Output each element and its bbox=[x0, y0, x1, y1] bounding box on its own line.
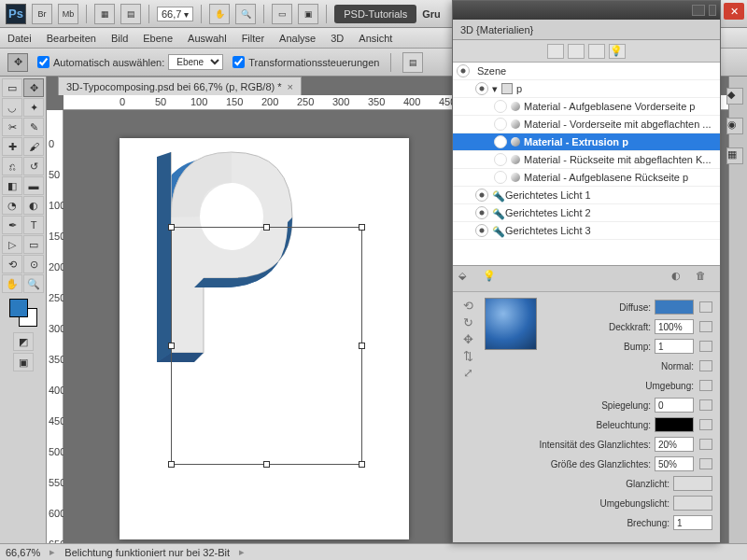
3d-slide-icon[interactable]: ⇅ bbox=[458, 348, 477, 363]
scene-row-material-selected[interactable]: Material - Extrusion p bbox=[453, 133, 720, 151]
canvas[interactable] bbox=[120, 138, 409, 539]
handle-n[interactable] bbox=[263, 224, 270, 231]
wand-tool[interactable]: ✦ bbox=[23, 98, 44, 117]
3d-camera-tool[interactable]: ⊙ bbox=[23, 255, 44, 273]
environment-texture-icon[interactable] bbox=[699, 380, 712, 391]
crop-tool[interactable]: ✂ bbox=[2, 118, 22, 136]
diffuse-texture-icon[interactable] bbox=[699, 301, 712, 313]
type-tool[interactable]: T bbox=[23, 216, 44, 234]
3d-rotate-tool[interactable]: ⟲ bbox=[2, 255, 22, 273]
blur-tool[interactable]: ◔ bbox=[2, 196, 22, 215]
eraser-tool[interactable]: ◧ bbox=[2, 176, 22, 195]
brush-tool[interactable]: 🖌 bbox=[23, 137, 44, 156]
eyedropper-tool[interactable]: ✎ bbox=[23, 118, 44, 136]
diffuse-swatch[interactable] bbox=[655, 300, 694, 315]
close-button[interactable]: ✕ bbox=[724, 3, 744, 20]
scene-row-material[interactable]: Material - Vorderseite mit abgeflachten … bbox=[453, 116, 720, 133]
menu-bearbeiten[interactable]: Bearbeiten bbox=[47, 33, 96, 44]
document-tab[interactable]: 3D-Typocomposing.psd bei 66,7% (p, RGB/8… bbox=[58, 77, 302, 95]
menu-3d[interactable]: 3D bbox=[331, 33, 344, 44]
gloss-intensity-texture-icon[interactable] bbox=[699, 439, 712, 450]
swatches-panel-icon[interactable]: ◆ bbox=[726, 88, 743, 105]
handle-w[interactable] bbox=[168, 343, 175, 349]
arrange-button[interactable]: ▭ bbox=[272, 4, 292, 24]
move-tool[interactable]: ✥ bbox=[23, 78, 44, 97]
scene-row-material[interactable]: Material - Rückseite mit abgeflachten K.… bbox=[453, 151, 720, 169]
visibility-toggle[interactable] bbox=[475, 224, 488, 237]
filter-materials-icon[interactable] bbox=[588, 44, 605, 59]
scene-row-mesh-p[interactable]: ▾p bbox=[453, 80, 720, 98]
scene-tree[interactable]: Szene ▾p Material - Aufgeblasene Vorders… bbox=[453, 63, 720, 266]
gloss-size-input[interactable]: 50% bbox=[655, 456, 694, 471]
scene-row-material[interactable]: Material - Aufgeblasene Vorderseite p bbox=[453, 98, 720, 116]
specular-swatch[interactable] bbox=[673, 476, 712, 491]
filter-meshes-icon[interactable] bbox=[568, 44, 585, 59]
app-logo[interactable]: Ps bbox=[6, 4, 26, 24]
visibility-toggle[interactable] bbox=[475, 82, 488, 95]
lasso-tool[interactable]: ◡ bbox=[2, 98, 22, 117]
3d-rotate-icon[interactable]: ⟲ bbox=[458, 298, 477, 313]
dodge-tool[interactable]: ◐ bbox=[23, 196, 44, 215]
menu-bild[interactable]: Bild bbox=[111, 33, 128, 44]
scene-row-material[interactable]: Material - Aufgeblasene Rückseite p bbox=[453, 169, 720, 187]
auto-select-checkbox[interactable] bbox=[37, 56, 49, 68]
handle-nw[interactable] bbox=[168, 224, 175, 231]
transform-bounding-box[interactable] bbox=[171, 227, 362, 465]
delete-icon[interactable]: 🗑 bbox=[696, 270, 714, 288]
move-tool-icon[interactable]: ✥ bbox=[7, 53, 28, 72]
marquee-tool[interactable]: ▭ bbox=[2, 78, 22, 97]
gloss-intensity-input[interactable]: 20% bbox=[655, 437, 694, 452]
hand-tool-button[interactable]: ✋ bbox=[209, 4, 230, 24]
bridge-button[interactable]: Br bbox=[32, 4, 52, 24]
bump-input[interactable]: 1 bbox=[655, 339, 694, 354]
shape-tool[interactable]: ▭ bbox=[23, 235, 44, 254]
zoom-tool-button[interactable]: 🔍 bbox=[235, 4, 256, 24]
layers-panel-icon[interactable]: ▦ bbox=[726, 147, 743, 164]
zoom-tool[interactable]: 🔍 bbox=[23, 274, 44, 293]
hand-tool[interactable]: ✋ bbox=[2, 274, 22, 293]
menu-ebene[interactable]: Ebene bbox=[143, 33, 173, 44]
panel-tab-3d[interactable]: 3D {Materialien} bbox=[453, 20, 720, 40]
bump-texture-icon[interactable] bbox=[699, 341, 712, 352]
view-extras-button[interactable]: ▦ bbox=[94, 4, 115, 24]
reflection-texture-icon[interactable] bbox=[699, 399, 712, 411]
toggle-icon[interactable]: ◐ bbox=[671, 270, 690, 288]
handle-e[interactable] bbox=[359, 343, 365, 349]
minibridge-button[interactable]: Mb bbox=[58, 4, 78, 24]
menu-datei[interactable]: Datei bbox=[7, 33, 32, 44]
scene-row-light[interactable]: 🔦Gerichtetes Licht 1 bbox=[453, 187, 720, 204]
3d-scale-icon[interactable]: ⤢ bbox=[458, 365, 477, 380]
handle-se[interactable] bbox=[359, 461, 365, 468]
quickmask-toggle[interactable]: ◩ bbox=[13, 332, 34, 351]
opacity-input[interactable]: 100% bbox=[655, 319, 694, 334]
scene-row-light[interactable]: 🔦Gerichtetes Licht 2 bbox=[453, 204, 720, 222]
opacity-texture-icon[interactable] bbox=[699, 321, 712, 332]
zoom-select[interactable]: 66,7 ▾ bbox=[157, 7, 193, 21]
visibility-toggle[interactable] bbox=[475, 189, 488, 202]
auto-select-dropdown[interactable]: Ebene bbox=[168, 54, 223, 70]
workspace-psdtutorials[interactable]: PSD-Tutorials bbox=[334, 5, 416, 23]
screen-mode-button[interactable]: ▣ bbox=[298, 4, 318, 24]
refraction-input[interactable]: 1 bbox=[673, 515, 712, 530]
visibility-toggle[interactable] bbox=[457, 64, 470, 77]
guides-button[interactable]: ▤ bbox=[120, 4, 141, 24]
illumination-swatch[interactable] bbox=[655, 417, 694, 432]
3d-roll-icon[interactable]: ↻ bbox=[458, 315, 477, 329]
handle-ne[interactable] bbox=[359, 224, 365, 231]
filter-lights-icon[interactable]: 💡 bbox=[609, 44, 626, 59]
transform-controls-checkbox[interactable] bbox=[233, 56, 245, 68]
new-light-icon[interactable]: 💡 bbox=[483, 270, 501, 288]
scene-row-light[interactable]: 🔦Gerichtetes Licht 3 bbox=[453, 222, 720, 240]
color-panel-icon[interactable]: ◉ bbox=[726, 118, 743, 134]
gradient-tool[interactable]: ▬ bbox=[23, 176, 44, 195]
gloss-size-texture-icon[interactable] bbox=[699, 458, 712, 469]
scene-row-root[interactable]: Szene bbox=[453, 63, 720, 80]
menu-filter[interactable]: Filter bbox=[242, 33, 264, 44]
menu-auswahl[interactable]: Auswahl bbox=[188, 33, 227, 44]
close-tab-icon[interactable]: × bbox=[288, 81, 293, 92]
material-preview[interactable] bbox=[485, 298, 537, 350]
menu-analyse[interactable]: Analyse bbox=[279, 33, 316, 44]
status-zoom[interactable]: 66,67% bbox=[6, 547, 40, 558]
handle-s[interactable] bbox=[263, 461, 270, 468]
ambient-swatch[interactable] bbox=[673, 496, 712, 511]
